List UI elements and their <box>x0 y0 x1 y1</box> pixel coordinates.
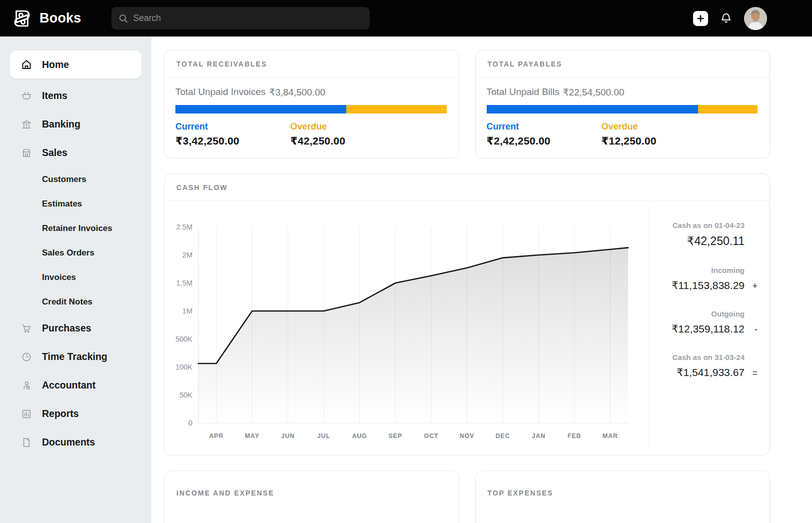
sidebar-item-label: Time Tracking <box>42 351 107 362</box>
app-name: Books <box>39 10 81 26</box>
svg-text:2.5M: 2.5M <box>176 223 192 231</box>
cashflow-stat-incoming: Incoming₹11,153,838.29+ <box>660 266 758 292</box>
svg-text:FEB: FEB <box>568 432 581 440</box>
svg-text:1.5M: 1.5M <box>176 279 192 287</box>
svg-text:DEC: DEC <box>496 432 510 440</box>
topbar-actions <box>693 7 767 30</box>
cash-flow-chart: 2.5M2M1.5M1M500K100K50K0APRMAYJUNJULAUGS… <box>174 207 649 448</box>
notifications-button[interactable] <box>720 12 733 25</box>
sidebar-item-items[interactable]: Items <box>0 82 151 110</box>
current-stat: Current ₹2,42,250.00 <box>487 122 602 147</box>
svg-text:MAR: MAR <box>603 432 618 440</box>
store-icon <box>20 147 32 159</box>
quick-create-button[interactable] <box>693 11 708 26</box>
receivables-progress-bar <box>175 105 447 114</box>
sidebar-subitem-label: Credit Notes <box>42 297 92 307</box>
svg-text:JAN: JAN <box>532 432 545 440</box>
sidebar-item-label: Banking <box>42 118 80 130</box>
payables-progress-bar <box>487 105 758 114</box>
unpaid-summary: Total Unpaid Bills ₹22,54,500.00 <box>487 86 758 98</box>
stat-label: Cash as on 01-04-23 <box>660 221 758 230</box>
stat-value: ₹42,250.11 <box>687 234 745 248</box>
svg-text:50K: 50K <box>179 391 192 399</box>
sidebar: HomeItemsBankingSalesCustomersEstimatesR… <box>0 36 151 523</box>
svg-text:OCT: OCT <box>424 432 438 440</box>
sidebar-item-banking[interactable]: Banking <box>0 110 151 138</box>
sidebar-item-time-tracking[interactable]: Time Tracking <box>0 342 151 371</box>
sidebar-item-label: Home <box>42 59 69 70</box>
topbar: Books <box>0 0 812 36</box>
home-icon <box>20 58 32 70</box>
card-title: CASH FLOW <box>176 184 228 192</box>
stat-operator: - <box>745 324 758 335</box>
cash-flow-stats: Cash as on 01-04-23₹42,250.11Incoming₹11… <box>649 207 758 448</box>
cart-icon <box>20 322 32 334</box>
svg-text:APR: APR <box>209 432 223 440</box>
svg-text:JUN: JUN <box>281 432 294 440</box>
svg-text:AUG: AUG <box>352 432 367 440</box>
dashboard: TOTAL RECEIVABLES Total Unpaid Invoices … <box>151 36 812 523</box>
svg-text:100K: 100K <box>175 363 192 371</box>
current-portion <box>175 105 346 114</box>
sidebar-item-reports[interactable]: Reports <box>0 400 151 428</box>
sidebar-item-label: Purchases <box>42 322 91 334</box>
person-icon <box>20 380 32 392</box>
card-title: TOTAL PAYABLES <box>488 60 563 68</box>
svg-text:JUL: JUL <box>317 432 330 440</box>
top-expenses-card: TOP EXPENSES <box>475 470 771 523</box>
stat-label: Outgoing <box>660 310 758 318</box>
plus-icon <box>697 14 705 22</box>
sidebar-item-documents[interactable]: Documents <box>0 428 151 456</box>
total-receivables-card: TOTAL RECEIVABLES Total Unpaid Invoices … <box>164 50 459 158</box>
card-title: INCOME AND EXPENSE <box>176 489 274 497</box>
card-header: CASH FLOW <box>164 174 770 201</box>
sidebar-subitem-credit-notes[interactable]: Credit Notes <box>0 290 151 314</box>
sidebar-item-label: Reports <box>42 408 79 420</box>
stat-label: Incoming <box>660 266 758 274</box>
search-icon <box>118 14 128 24</box>
app-brand[interactable]: Books <box>11 8 81 29</box>
sidebar-subitem-invoices[interactable]: Invoices <box>0 265 151 290</box>
stat-value: ₹1,541,933.67 <box>677 366 745 378</box>
sidebar-item-home[interactable]: Home <box>10 50 141 78</box>
overdue-stat: Overdue ₹42,250.00 <box>290 122 405 147</box>
current-portion <box>487 105 698 114</box>
total-payables-card: TOTAL PAYABLES Total Unpaid Bills ₹22,54… <box>475 50 771 158</box>
card-title: TOP EXPENSES <box>488 489 554 497</box>
sidebar-subitem-label: Sales Orders <box>42 248 94 258</box>
sidebar-item-label: Documents <box>42 436 95 448</box>
clock-icon <box>20 351 32 363</box>
sidebar-subitem-customers[interactable]: Customers <box>0 167 151 192</box>
sidebar-item-purchases[interactable]: Purchases <box>0 314 151 342</box>
cashflow-stat-outgoing: Outgoing₹12,359,118.12- <box>660 310 758 335</box>
bank-icon <box>20 118 32 130</box>
card-header: TOTAL RECEIVABLES <box>164 50 459 78</box>
stat-value: ₹12,359,118.12 <box>672 323 745 335</box>
books-logo-icon <box>11 8 32 29</box>
bar-chart-icon <box>20 408 32 420</box>
sidebar-subitem-label: Retainer Invoices <box>42 224 112 234</box>
sidebar-item-sales[interactable]: Sales <box>0 138 151 167</box>
current-stat: Current ₹3,42,250.00 <box>175 122 290 147</box>
cashflow-line-chart: 2.5M2M1.5M1M500K100K50K0APRMAYJUNJULAUGS… <box>174 207 649 446</box>
sidebar-item-label: Items <box>42 90 67 102</box>
sidebar-subitem-retainer-invoices[interactable]: Retainer Invoices <box>0 216 151 240</box>
search-input[interactable] <box>111 7 370 30</box>
card-header: TOP EXPENSES <box>476 471 770 501</box>
svg-text:1M: 1M <box>182 307 192 315</box>
search-field[interactable] <box>133 13 363 24</box>
card-header: TOTAL PAYABLES <box>476 50 770 78</box>
sidebar-item-accountant[interactable]: Accountant <box>0 371 151 400</box>
stat-value: ₹11,153,838.29 <box>672 280 745 292</box>
cashflow-stat-cash-as-on-01-04-23: Cash as on 01-04-23₹42,250.11 <box>660 221 758 248</box>
user-avatar[interactable] <box>744 7 767 30</box>
svg-text:NOV: NOV <box>460 432 475 440</box>
stat-operator: = <box>745 368 758 378</box>
sidebar-subitem-label: Customers <box>42 174 86 184</box>
sidebar-item-label: Accountant <box>42 380 95 391</box>
sidebar-subitem-estimates[interactable]: Estimates <box>0 192 151 216</box>
sidebar-subitem-label: Estimates <box>42 199 82 209</box>
sidebar-subitem-sales-orders[interactable]: Sales Orders <box>0 240 151 265</box>
card-title: TOTAL RECEIVABLES <box>176 60 267 68</box>
basket-icon <box>20 90 32 102</box>
